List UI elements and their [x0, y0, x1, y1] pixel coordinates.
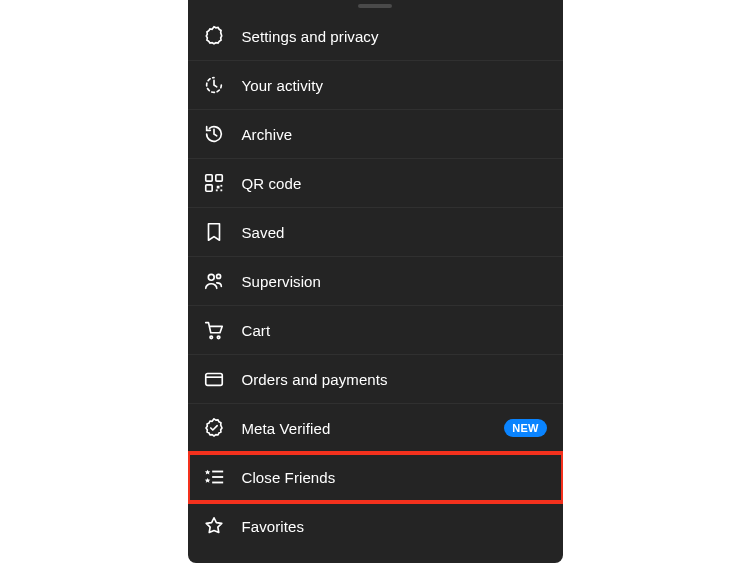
menu-item-favorites[interactable]: Favorites [188, 502, 563, 550]
svg-point-7 [208, 274, 214, 280]
menu-item-qr-code[interactable]: QR code [188, 159, 563, 208]
menu-item-label: Cart [242, 322, 271, 339]
close-friends-icon [202, 465, 226, 489]
svg-rect-2 [205, 185, 211, 191]
archive-icon [202, 122, 226, 146]
bookmark-icon [202, 220, 226, 244]
menu-item-settings[interactable]: Settings and privacy [188, 12, 563, 61]
menu-item-close-friends[interactable]: Close Friends [188, 453, 563, 502]
menu-item-saved[interactable]: Saved [188, 208, 563, 257]
svg-rect-14 [212, 476, 223, 478]
svg-point-8 [216, 274, 220, 278]
menu-panel: Settings and privacy Your activity Archi… [188, 0, 563, 563]
svg-point-10 [217, 336, 220, 339]
svg-rect-6 [220, 185, 222, 187]
menu-item-label: Orders and payments [242, 371, 388, 388]
drag-handle[interactable] [358, 4, 392, 8]
verified-icon [202, 416, 226, 440]
new-badge: NEW [504, 419, 546, 437]
credit-card-icon [202, 367, 226, 391]
menu-item-cart[interactable]: Cart [188, 306, 563, 355]
svg-rect-5 [215, 189, 217, 191]
svg-rect-13 [212, 471, 223, 473]
cart-icon [202, 318, 226, 342]
settings-icon [202, 24, 226, 48]
menu-item-label: Archive [242, 126, 293, 143]
menu-item-label: Your activity [242, 77, 324, 94]
svg-rect-3 [216, 186, 219, 189]
menu-list: Settings and privacy Your activity Archi… [188, 12, 563, 550]
svg-rect-0 [205, 175, 211, 181]
menu-item-label: QR code [242, 175, 302, 192]
supervision-icon [202, 269, 226, 293]
svg-rect-15 [212, 482, 223, 484]
star-icon [202, 514, 226, 538]
qr-code-icon [202, 171, 226, 195]
menu-item-label: Supervision [242, 273, 321, 290]
menu-item-label: Settings and privacy [242, 28, 379, 45]
menu-item-label: Close Friends [242, 469, 336, 486]
activity-icon [202, 73, 226, 97]
svg-rect-1 [215, 175, 221, 181]
menu-item-activity[interactable]: Your activity [188, 61, 563, 110]
svg-rect-4 [220, 189, 222, 191]
menu-item-label: Favorites [242, 518, 305, 535]
svg-rect-11 [205, 374, 222, 386]
menu-item-supervision[interactable]: Supervision [188, 257, 563, 306]
menu-item-label: Meta Verified [242, 420, 331, 437]
menu-item-label: Saved [242, 224, 285, 241]
menu-item-orders[interactable]: Orders and payments [188, 355, 563, 404]
menu-item-archive[interactable]: Archive [188, 110, 563, 159]
svg-point-9 [209, 336, 212, 339]
menu-item-meta-verified[interactable]: Meta Verified NEW [188, 404, 563, 453]
